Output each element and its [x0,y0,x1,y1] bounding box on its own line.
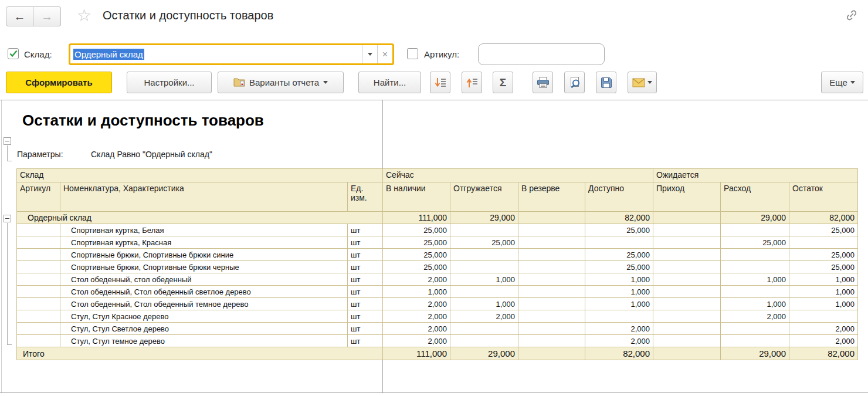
value-cell[interactable] [518,298,585,310]
value-cell[interactable] [585,310,653,323]
value-cell[interactable]: 29,000 [721,212,789,224]
column-header-artikul[interactable]: Артикул [17,182,60,212]
value-cell[interactable]: 82,000 [585,212,653,224]
value-cell[interactable] [450,224,518,236]
value-cell[interactable]: 25,000 [789,249,858,261]
value-cell[interactable]: 82,000 [585,347,653,360]
item-name-cell[interactable]: Стол обеденный, Стол обеденный темное де… [60,298,348,310]
value-cell[interactable]: 1,000 [450,298,518,310]
value-cell[interactable] [653,224,721,236]
artikul-cell[interactable] [17,286,60,298]
item-name-cell[interactable]: Спортивные брюки, Спортивные брюки синие [60,249,348,261]
value-cell[interactable] [450,323,518,335]
value-cell[interactable] [518,261,585,273]
value-cell[interactable]: 1,000 [585,298,653,310]
value-cell[interactable] [518,224,585,236]
column-header-nomenclature[interactable]: Номенклатура, Характеристика [60,182,348,212]
value-cell[interactable] [789,236,858,249]
value-cell[interactable] [789,310,858,323]
column-header-shipping[interactable]: Отгружается [450,182,518,212]
value-cell[interactable]: 2,000 [383,298,450,310]
value-cell[interactable] [653,249,721,261]
total-label-cell[interactable]: Итого [17,347,383,360]
band-header-now[interactable]: Сейчас [383,169,653,182]
more-button[interactable]: Еще [821,72,863,93]
item-name-cell[interactable]: Стул, Стул темное дерево [60,335,348,347]
value-cell[interactable]: 25,000 [450,236,518,249]
sort-descending-button[interactable] [430,72,450,93]
value-cell[interactable]: 25,000 [383,261,450,273]
value-cell[interactable]: 25,000 [585,224,653,236]
value-cell[interactable]: 2,000 [789,323,858,335]
value-cell[interactable]: 29,000 [450,347,518,360]
artikul-input[interactable] [478,43,605,65]
unit-cell[interactable]: шт [348,261,383,273]
value-cell[interactable]: 29,000 [450,212,518,224]
column-header-outgoing[interactable]: Расход [721,182,789,212]
value-cell[interactable]: 2,000 [383,323,450,335]
value-cell[interactable]: 2,000 [450,310,518,323]
value-cell[interactable]: 111,000 [383,212,450,224]
value-cell[interactable] [450,249,518,261]
value-cell[interactable]: 2,000 [383,273,450,286]
print-preview-button[interactable] [564,72,585,93]
column-header-incoming[interactable]: Приход [653,182,721,212]
column-header-reserved[interactable]: В резерве [518,182,585,212]
value-cell[interactable] [518,347,585,360]
collapse-parameters-button[interactable] [4,137,11,145]
unit-cell[interactable]: шт [348,249,383,261]
value-cell[interactable]: 82,000 [789,212,858,224]
value-cell[interactable]: 25,000 [383,224,450,236]
value-cell[interactable]: 25,000 [585,261,653,273]
artikul-cell[interactable] [17,236,60,249]
sklad-dropdown-button[interactable] [362,45,377,63]
forward-button[interactable]: → [33,6,61,26]
artikul-cell[interactable] [17,261,60,273]
print-button[interactable] [533,72,553,93]
value-cell[interactable] [653,335,721,347]
value-cell[interactable]: 25,000 [585,249,653,261]
get-link-icon[interactable] [845,9,858,24]
value-cell[interactable] [653,273,721,286]
value-cell[interactable] [653,298,721,310]
value-cell[interactable] [450,335,518,347]
value-cell[interactable]: 25,000 [789,261,858,273]
value-cell[interactable] [518,310,585,323]
artikul-cell[interactable] [17,335,60,347]
value-cell[interactable] [518,212,585,224]
value-cell[interactable] [721,286,789,298]
value-cell[interactable]: 2,000 [585,323,653,335]
save-button[interactable] [596,72,616,93]
value-cell[interactable]: 2,000 [383,335,450,347]
value-cell[interactable] [450,261,518,273]
item-name-cell[interactable]: Стол обеденный, стол обеденный [60,273,348,286]
unit-cell[interactable]: шт [348,286,383,298]
column-header-balance[interactable]: Остаток [789,182,858,212]
value-cell[interactable]: 82,000 [789,347,858,360]
column-header-available[interactable]: Доступно [585,182,653,212]
artikul-cell[interactable] [17,323,60,335]
value-cell[interactable] [518,286,585,298]
value-cell[interactable]: 29,000 [721,347,789,360]
artikul-cell[interactable] [17,310,60,323]
favorite-star-icon[interactable]: ☆ [77,6,91,26]
item-name-cell[interactable]: Стул, Стул Красное дерево [60,310,348,323]
value-cell[interactable] [518,249,585,261]
value-cell[interactable]: 25,000 [789,224,858,236]
value-cell[interactable]: 1,000 [721,273,789,286]
item-name-cell[interactable]: Стул, Стул Светлое дерево [60,323,348,335]
value-cell[interactable]: 2,000 [721,310,789,323]
collapse-group-button[interactable] [4,215,11,222]
sklad-input[interactable]: Ордерный склад × [69,43,394,65]
unit-cell[interactable]: шт [348,335,383,347]
value-cell[interactable] [653,261,721,273]
value-cell[interactable] [653,323,721,335]
value-cell[interactable] [721,249,789,261]
value-cell[interactable] [518,273,585,286]
value-cell[interactable]: 1,000 [789,286,858,298]
settings-button[interactable]: Настройки... [127,72,212,93]
value-cell[interactable]: 2,000 [789,335,858,347]
back-button[interactable]: ← [6,6,33,26]
find-button[interactable]: Найти... [358,72,421,93]
value-cell[interactable]: 1,000 [789,273,858,286]
